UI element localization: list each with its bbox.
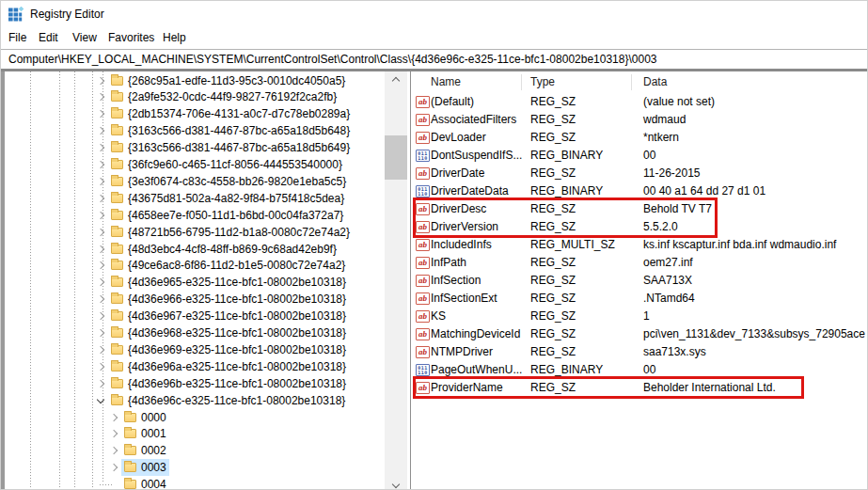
tree-item-4d36e96c-e325-11ce-bfc1-08002be10318[interactable]: {4d36e96c-e325-11ce-bfc1-08002be10318} xyxy=(5,392,385,409)
tree-node[interactable]: {2db15374-706e-4131-a0c7-d7c78eb0289a} xyxy=(108,105,353,122)
pane-splitter[interactable] xyxy=(410,71,411,490)
chevron-right-icon[interactable] xyxy=(97,261,104,269)
tree-node[interactable]: {4d36e965-e325-11ce-bfc1-08002be10318} xyxy=(108,274,349,291)
chevron-right-icon[interactable] xyxy=(97,363,104,371)
chevron-down-icon[interactable] xyxy=(97,395,104,403)
tree-node[interactable]: {4d36e969-e325-11ce-bfc1-08002be10318} xyxy=(108,341,349,358)
tree-node[interactable]: {36fc9e60-c465-11cf-8056-444553540000} xyxy=(108,156,345,173)
value-row-InfPath[interactable]: abInfPathREG_SZoem27.inf xyxy=(412,254,868,272)
chevron-right-icon[interactable] xyxy=(97,93,104,101)
scroll-down-icon[interactable] xyxy=(392,481,400,488)
tree-node[interactable]: {4d36e966-e325-11ce-bfc1-08002be10318} xyxy=(108,291,349,308)
tree-node[interactable]: {4d36e96c-e325-11ce-bfc1-08002be10318} xyxy=(108,392,348,409)
value-row-DriverDesc[interactable]: abDriverDescREG_SZBehold TV T7 xyxy=(412,200,868,218)
chevron-right-icon[interactable] xyxy=(110,447,118,454)
value-row-ProviderName[interactable]: abProviderNameREG_SZBeholder Internation… xyxy=(412,379,868,397)
tree-node[interactable]: 0002 xyxy=(121,442,169,459)
tree-node[interactable]: {3163c566-d381-4467-87bc-a65a18d5b648} xyxy=(108,122,353,139)
chevron-right-icon[interactable] xyxy=(97,329,104,337)
tree-node-selected[interactable]: 0003 xyxy=(121,459,169,476)
value-row-IncludedInfs[interactable]: abIncludedInfsREG_MULTI_SZks.inf kscaptu… xyxy=(412,236,868,254)
chevron-right-icon[interactable] xyxy=(97,144,104,151)
column-header-data[interactable]: Data xyxy=(643,71,667,92)
tree-item-4d36e96a-e325-11ce-bfc1-08002be10318[interactable]: {4d36e96a-e325-11ce-bfc1-08002be10318} xyxy=(5,358,385,375)
menu-edit[interactable]: Edit xyxy=(39,27,58,49)
chevron-right-icon[interactable] xyxy=(97,161,104,168)
tree-item-49ce6ac8-6f86-11d2-b1e5-0080c72e74a2[interactable]: {49ce6ac8-6f86-11d2-b1e5-0080c72e74a2} xyxy=(5,257,385,274)
chevron-right-icon[interactable] xyxy=(97,76,104,84)
menu-favorites[interactable]: Favorites xyxy=(108,27,154,49)
chevron-right-icon[interactable] xyxy=(97,379,104,387)
tree-item-0004[interactable]: 0004 xyxy=(5,476,385,490)
tree-node[interactable]: {268c95a1-edfe-11d3-95c3-0010dc4050a5} xyxy=(108,72,348,89)
value-row-NTMPDriver[interactable]: abNTMPDriverREG_SZsaa713x.sys xyxy=(412,343,868,361)
column-header-name[interactable]: Name xyxy=(431,71,461,92)
scrollbar-thumb[interactable] xyxy=(385,135,407,180)
tree-item-4d36e968-e325-11ce-bfc1-08002be10318[interactable]: {4d36e968-e325-11ce-bfc1-08002be10318} xyxy=(5,324,385,341)
value-row-PageOutWhenU[interactable]: 011110PageOutWhenU...REG_BINARY00 xyxy=(412,361,868,379)
tree-item-48721b56-6795-11d2-b1a8-0080c72e74a2[interactable]: {48721b56-6795-11d2-b1a8-0080c72e74a2} xyxy=(5,224,385,241)
column-separator[interactable] xyxy=(521,74,522,90)
column-separator[interactable] xyxy=(631,74,632,90)
tree-item-0003[interactable]: 0003 xyxy=(5,459,385,476)
tree-node[interactable]: {48d3ebc4-4cf8-48ff-b869-9c68ad42eb9f} xyxy=(108,241,339,258)
tree-node[interactable]: {48721b56-6795-11d2-b1a8-0080c72e74a2} xyxy=(108,224,353,241)
value-row-KS[interactable]: abKSREG_SZ1 xyxy=(412,308,868,325)
tree-node[interactable]: {4d36e96b-e325-11ce-bfc1-08002be10318} xyxy=(108,375,349,392)
chevron-right-icon[interactable] xyxy=(97,127,104,134)
tree-item-3163c566-d381-4467-87bc-a65a18d5b648[interactable]: {3163c566-d381-4467-87bc-a65a18d5b648} xyxy=(5,122,385,139)
tree-item-43675d81-502a-4a82-9f84-b75f418c5dea[interactable]: {43675d81-502a-4a82-9f84-b75f418c5dea} xyxy=(5,190,385,207)
chevron-right-icon[interactable] xyxy=(97,278,104,286)
value-row-DriverDate[interactable]: abDriverDateREG_SZ11-26-2015 xyxy=(412,165,868,182)
value-row-DriverVersion[interactable]: abDriverVersionREG_SZ5.5.2.0 xyxy=(412,218,868,236)
address-path[interactable]: Computer\HKEY_LOCAL_MACHINE\SYSTEM\Curre… xyxy=(8,50,656,69)
tree-item-0000[interactable]: 0000 xyxy=(5,409,385,426)
tree-node[interactable]: {43675d81-502a-4a82-9f84-b75f418c5dea} xyxy=(108,190,347,207)
tree-node[interactable]: {49ce6ac8-6f86-11d2-b1e5-0080c72e74a2} xyxy=(108,257,348,274)
value-row-MatchingDeviceId[interactable]: abMatchingDeviceIdREG_SZpci\ven_1131&dev… xyxy=(412,325,868,343)
tree-node[interactable]: 0000 xyxy=(121,409,169,426)
chevron-right-icon[interactable] xyxy=(97,312,104,320)
tree-item-4d36e965-e325-11ce-bfc1-08002be10318[interactable]: {4d36e965-e325-11ce-bfc1-08002be10318} xyxy=(5,274,385,291)
column-header-type[interactable]: Type xyxy=(530,71,555,92)
tree-node[interactable]: 0001 xyxy=(121,425,169,442)
tree-node[interactable]: {3e3f0674-c83c-4558-bb26-9820e1eba5c5} xyxy=(108,173,349,190)
registry-tree-pane[interactable]: {268c95a1-edfe-11d3-95c3-0010dc4050a5}{2… xyxy=(5,71,385,490)
tree-item-4d36e966-e325-11ce-bfc1-08002be10318[interactable]: {4d36e966-e325-11ce-bfc1-08002be10318} xyxy=(5,291,385,308)
tree-node[interactable]: {3163c566-d381-4467-87bc-a65a18d5b649} xyxy=(108,139,353,156)
tree-item-36fc9e60-c465-11cf-8056-444553540000[interactable]: {36fc9e60-c465-11cf-8056-444553540000} xyxy=(5,156,385,173)
tree-vertical-scrollbar[interactable] xyxy=(385,71,407,490)
chevron-right-icon[interactable] xyxy=(97,211,104,218)
tree-item-3e3f0674-c83c-4558-bb26-9820e1eba5c5[interactable]: {3e3f0674-c83c-4558-bb26-9820e1eba5c5} xyxy=(5,173,385,190)
tree-item-4658ee7e-f050-11d1-b6bd-00c04fa372a7[interactable]: {4658ee7e-f050-11d1-b6bd-00c04fa372a7} xyxy=(5,207,385,224)
chevron-right-icon[interactable] xyxy=(97,195,104,202)
tree-node[interactable]: {4d36e96a-e325-11ce-bfc1-08002be10318} xyxy=(108,358,349,375)
tree-node[interactable]: {4d36e968-e325-11ce-bfc1-08002be10318} xyxy=(108,324,349,341)
tree-item-4d36e967-e325-11ce-bfc1-08002be10318[interactable]: {4d36e967-e325-11ce-bfc1-08002be10318} xyxy=(5,308,385,324)
menu-file[interactable]: File xyxy=(8,27,26,49)
tree-item-3163c566-d381-4467-87bc-a65a18d5b649[interactable]: {3163c566-d381-4467-87bc-a65a18d5b649} xyxy=(5,139,385,156)
value-row-Default[interactable]: ab(Default)REG_SZ(value not set) xyxy=(412,93,868,111)
value-row-AssociatedFilters[interactable]: abAssociatedFiltersREG_SZwdmaud xyxy=(412,111,868,129)
tree-node[interactable]: {2a9fe532-0cdc-44f9-9827-76192f2ca2fb} xyxy=(108,88,339,105)
menu-help[interactable]: Help xyxy=(163,27,186,49)
tree-item-48d3ebc4-4cf8-48ff-b869-9c68ad42eb9f[interactable]: {48d3ebc4-4cf8-48ff-b869-9c68ad42eb9f} xyxy=(5,241,385,258)
chevron-right-icon[interactable] xyxy=(97,295,104,303)
chevron-right-icon[interactable] xyxy=(97,110,104,118)
tree-node[interactable]: {4d36e967-e325-11ce-bfc1-08002be10318} xyxy=(108,308,349,324)
chevron-right-icon[interactable] xyxy=(110,413,118,420)
chevron-right-icon[interactable] xyxy=(97,346,104,354)
tree-node[interactable]: 0004 xyxy=(121,476,169,490)
menu-view[interactable]: View xyxy=(72,27,97,49)
chevron-right-icon[interactable] xyxy=(97,178,104,185)
value-row-DriverDateData[interactable]: 011110DriverDateDataREG_BINARY00 40 a1 6… xyxy=(412,182,868,200)
value-row-InfSectionExt[interactable]: abInfSectionExtREG_SZ.NTamd64 xyxy=(412,290,868,308)
tree-item-4d36e96b-e325-11ce-bfc1-08002be10318[interactable]: {4d36e96b-e325-11ce-bfc1-08002be10318} xyxy=(5,375,385,392)
tree-item-4d36e969-e325-11ce-bfc1-08002be10318[interactable]: {4d36e969-e325-11ce-bfc1-08002be10318} xyxy=(5,341,385,358)
tree-item-268c95a1-edfe-11d3-95c3-0010dc4050a5[interactable]: {268c95a1-edfe-11d3-95c3-0010dc4050a5} xyxy=(5,72,385,89)
tree-item-2db15374-706e-4131-a0c7-d7c78eb0289a[interactable]: {2db15374-706e-4131-a0c7-d7c78eb0289a} xyxy=(5,105,385,122)
scroll-up-icon[interactable] xyxy=(392,77,400,85)
tree-node[interactable]: {4658ee7e-f050-11d1-b6bd-00c04fa372a7} xyxy=(108,207,346,224)
values-list-pane[interactable]: Name Type Data ab(Default)REG_SZ(value n… xyxy=(412,71,868,490)
chevron-right-icon[interactable] xyxy=(97,228,104,235)
